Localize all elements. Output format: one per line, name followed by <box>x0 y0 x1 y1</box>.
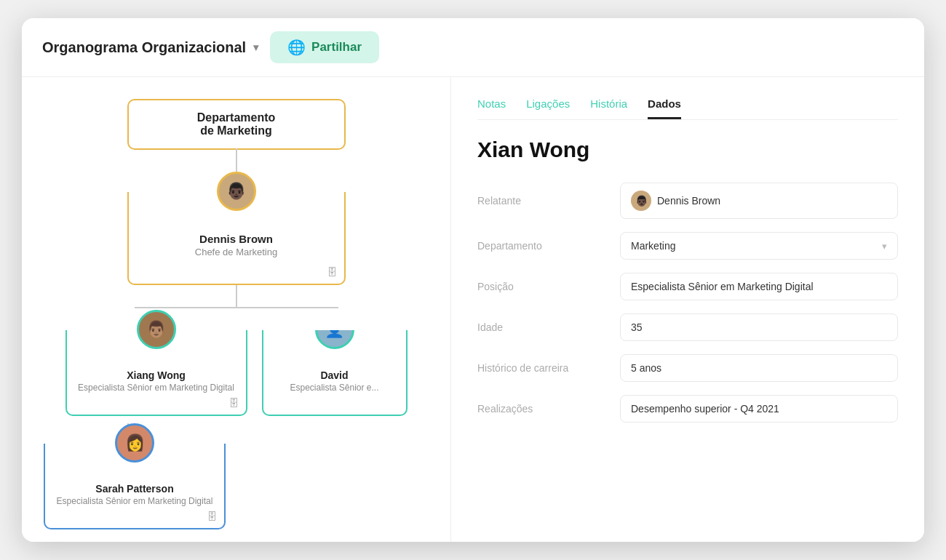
field-row-departamento: Departamento Marketing ▾ <box>477 232 898 260</box>
db-icon-xiang: 🗄 <box>228 397 239 409</box>
label-posicao: Posição <box>477 281 608 292</box>
tab-dados[interactable]: Dados <box>648 97 681 119</box>
david-role: Especialista Sênior e... <box>272 383 397 393</box>
sarah-wrap: 👩 Sarah Patterson Especialista Sênior em… <box>36 423 436 529</box>
value-relatante[interactable]: 👨🏿 Dennis Brown <box>620 183 898 219</box>
tab-notas[interactable]: Notas <box>477 97 506 119</box>
departamento-value: Marketing <box>631 240 675 252</box>
xiang-avatar: 👨🏽 <box>137 310 176 349</box>
content-area: Departamentode Marketing 👨🏿 Dennis Brown… <box>22 77 924 542</box>
sarah-name: Sarah Patterson <box>54 483 215 495</box>
label-realizacoes: Realizações <box>477 403 608 415</box>
sub-row: 👨🏽 Xiang Wong Especialista Sênior em Mar… <box>58 330 415 416</box>
detail-panel: Notas Ligações História Dados Xian Wong … <box>451 77 924 542</box>
org-title: Organograma Organizacional <box>42 39 246 56</box>
field-row-relatante: Relatante 👨🏿 Dennis Brown <box>477 183 898 219</box>
david-section: 👤 David Especialista Sênior e... <box>262 330 408 416</box>
org-panel: Departamentode Marketing 👨🏿 Dennis Brown… <box>22 77 451 542</box>
v-connector-manager <box>236 285 237 307</box>
xiang-name: Xiang Wong <box>76 369 237 381</box>
dropdown-arrow-icon: ▾ <box>882 241 887 252</box>
title-dropdown[interactable]: Organograma Organizacional ▾ <box>42 39 258 56</box>
label-departamento: Departamento <box>477 240 608 252</box>
chevron-down-icon: ▾ <box>253 41 258 53</box>
xiang-role: Especialista Sênior em Marketing Digital <box>76 383 237 393</box>
label-historico: Histórico de carreira <box>477 362 608 374</box>
sarah-avatar-ring: 👩 <box>115 423 154 463</box>
field-row-posicao: Posição Especialista Sênior em Marketing… <box>477 273 898 300</box>
david-avatar: 👤 <box>315 330 354 349</box>
tab-ligacoes[interactable]: Ligações <box>526 97 570 119</box>
relatante-name: Dennis Brown <box>657 195 720 207</box>
sarah-role: Especialista Sênior em Marketing Digital <box>54 496 215 506</box>
relatante-avatar: 👨🏿 <box>631 191 651 211</box>
historico-value: 5 anos <box>631 362 661 374</box>
manager-role: Chefe de Marketing <box>140 247 333 257</box>
david-avatar-ring: 👤 <box>315 330 354 349</box>
realizacoes-value: Desempenho superior - Q4 2021 <box>631 403 779 415</box>
detail-person-name: Xian Wong <box>477 137 898 162</box>
manager-avatar-ring: 👨🏿 <box>217 172 256 211</box>
h-connector-row <box>135 307 338 308</box>
sarah-avatar: 👩 <box>115 423 154 463</box>
top-bar: Organograma Organizacional ▾ 🌐 Partilhar <box>22 18 924 77</box>
value-historico[interactable]: 5 anos <box>620 354 898 382</box>
label-idade: Idade <box>477 321 608 333</box>
value-idade[interactable]: 35 <box>620 313 898 341</box>
manager-name: Dennis Brown <box>140 233 333 245</box>
db-icon-manager: 🗄 <box>327 266 337 278</box>
posicao-value: Especialista Sênior em Marketing Digital <box>631 281 814 292</box>
xiang-avatar-ring: 👨🏽 <box>137 310 176 349</box>
value-departamento[interactable]: Marketing ▾ <box>620 232 898 260</box>
idade-value: 35 <box>631 321 643 333</box>
sarah-section: 👩 Sarah Patterson Especialista Sênior em… <box>44 444 226 529</box>
value-realizacoes[interactable]: Desempenho superior - Q4 2021 <box>620 395 898 423</box>
tab-historia[interactable]: História <box>590 97 627 119</box>
detail-tabs: Notas Ligações História Dados <box>477 97 898 120</box>
share-label: Partilhar <box>311 40 362 55</box>
label-relatante: Relatante <box>477 195 608 207</box>
david-name: David <box>272 369 397 381</box>
manager-avatar: 👨🏿 <box>217 172 256 211</box>
field-row-idade: Idade 35 <box>477 313 898 341</box>
manager-section: 👨🏿 Dennis Brown Chefe de Marketing 🗄 <box>127 192 346 285</box>
dept-label: Departamentode Marketing <box>197 111 276 137</box>
value-posicao[interactable]: Especialista Sênior em Marketing Digital <box>620 273 898 300</box>
field-row-historico: Histórico de carreira 5 anos <box>477 354 898 382</box>
xiang-section: 👨🏽 Xiang Wong Especialista Sênior em Mar… <box>65 330 247 416</box>
share-button[interactable]: 🌐 Partilhar <box>270 31 379 63</box>
dept-box: Departamentode Marketing <box>127 99 346 150</box>
field-row-realizacoes: Realizações Desempenho superior - Q4 202… <box>477 395 898 423</box>
globe-icon: 🌐 <box>287 39 306 56</box>
db-icon-sarah: 🗄 <box>207 511 217 522</box>
main-window: Organograma Organizacional ▾ 🌐 Partilhar… <box>22 18 924 542</box>
